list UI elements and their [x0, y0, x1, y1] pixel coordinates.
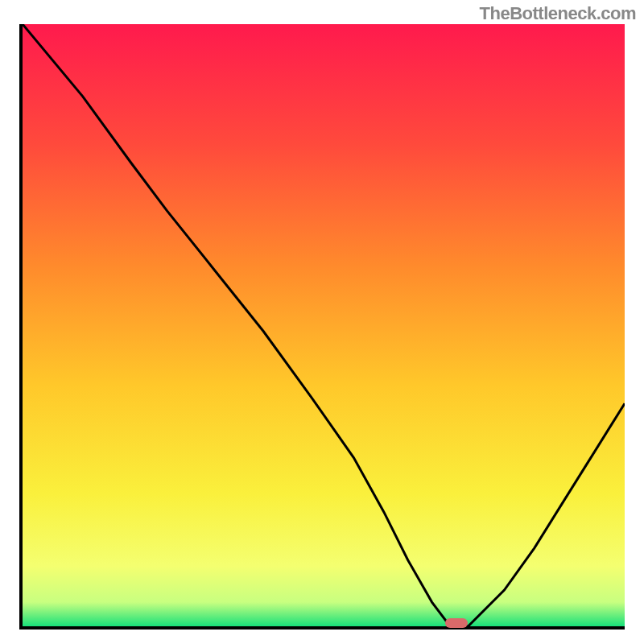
- plot-area: [19, 24, 625, 630]
- watermark-text: TheBottleneck.com: [480, 3, 636, 24]
- bottleneck-curve: [23, 24, 625, 626]
- optimum-marker: [445, 618, 468, 628]
